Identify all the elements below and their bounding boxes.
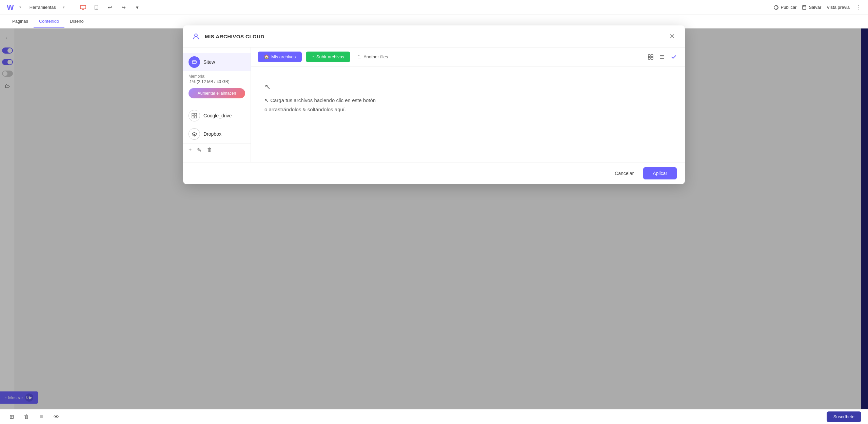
folder-icon: 🗀: [357, 54, 361, 59]
drop-arrow-icon: ↖: [264, 80, 271, 94]
add-icon[interactable]: +: [189, 147, 192, 153]
bottom-grid-icon[interactable]: ⊞: [7, 412, 16, 422]
edit-icon[interactable]: ✎: [197, 147, 201, 153]
more-icon[interactable]: ▾: [133, 3, 142, 12]
source-gdrive[interactable]: Google_drive: [183, 107, 251, 125]
monitor-icon[interactable]: [78, 3, 88, 12]
svg-rect-18: [648, 55, 650, 57]
bottom-eye-icon[interactable]: 👁: [52, 412, 61, 422]
svg-marker-17: [192, 134, 194, 136]
increase-storage-button[interactable]: Aumentar el almacen: [189, 88, 245, 98]
source-dropbox[interactable]: Dropbox: [183, 125, 251, 143]
view-icons: [646, 53, 678, 61]
view-grid-icon[interactable]: [646, 53, 655, 61]
topbar-dots[interactable]: ⋮: [855, 4, 861, 11]
drop-zone: ↖ ↖ Carga tus archivos haciendo clic en …: [251, 66, 685, 162]
modal-toolbar: 🏠 Mis archivos ↑ Subir archivos 🗀 Anothe…: [251, 47, 685, 66]
vista-previa-button[interactable]: Vista previa: [827, 5, 850, 10]
view-list-icon[interactable]: [658, 53, 667, 61]
tab-contenido[interactable]: Contenido: [34, 15, 64, 28]
modal-left-panel: Sitew Memoria: .1% (2.12 MB / 40 GB) Aum…: [183, 47, 251, 162]
drop-line1: ↖ Carga tus archivos haciendo clic en es…: [264, 96, 376, 105]
svg-rect-19: [651, 55, 653, 57]
memory-section: Memoria: .1% (2.12 MB / 40 GB): [183, 71, 251, 85]
modal-left-bottom: + ✎ 🗑: [183, 143, 251, 157]
svg-point-4: [96, 8, 97, 9]
svg-rect-12: [195, 113, 197, 115]
another-files-folder[interactable]: 🗀 Another files: [354, 53, 391, 61]
dropbox-icon: [189, 128, 200, 140]
modal-right-panel: 🏠 Mis archivos ↑ Subir archivos 🗀 Anothe…: [251, 47, 685, 162]
modal-close-button[interactable]: ✕: [667, 32, 677, 41]
drop-line2: o arrastrándolos & soltándolos aquí.: [264, 105, 346, 114]
gdrive-label: Google_drive: [203, 113, 232, 118]
memory-label: Memoria:: [189, 74, 245, 79]
tab-diseno[interactable]: Diseño: [64, 15, 89, 28]
top-bar: W ▾ Herramientas ▾ ↩ ↪: [0, 0, 868, 15]
top-bar-icons: ↩ ↪ ▾: [78, 3, 142, 12]
mis-archivos-button[interactable]: 🏠 Mis archivos: [258, 52, 302, 62]
modal-header: MIS ARCHIVOS CLOUD ✕: [183, 25, 685, 47]
publicar-button[interactable]: Publicar: [774, 5, 796, 10]
sitew-icon: [189, 56, 200, 68]
bottom-delete-icon[interactable]: 🗑: [22, 412, 31, 422]
bottom-bar: ⊞ 🗑 ≡ 👁 Suscríbete: [0, 409, 868, 424]
svg-point-8: [195, 34, 197, 37]
top-bar-right: Publicar Salvar Vista previa ⋮: [774, 4, 861, 11]
dropbox-label: Dropbox: [203, 131, 221, 137]
tab-paginas[interactable]: Páginas: [7, 15, 34, 28]
svg-rect-21: [651, 57, 653, 59]
subscribe-button[interactable]: Suscríbete: [827, 411, 861, 422]
logo-chevron[interactable]: ▾: [19, 5, 21, 9]
svg-rect-13: [192, 116, 194, 118]
subir-archivos-button[interactable]: ↑ Subir archivos: [306, 52, 350, 62]
herramientas-chevron[interactable]: ▾: [60, 4, 67, 11]
svg-point-5: [774, 5, 778, 9]
salvar-button[interactable]: Salvar: [802, 5, 821, 10]
svg-marker-15: [192, 132, 196, 135]
gdrive-icon: [189, 110, 200, 121]
cancelar-button[interactable]: Cancelar: [609, 168, 639, 179]
modal-footer: Cancelar Aplicar: [183, 162, 685, 184]
tools-menu[interactable]: Herramientas ▾: [27, 3, 67, 11]
upload-icon: ↑: [312, 54, 314, 59]
svg-rect-14: [195, 116, 197, 118]
svg-rect-11: [192, 113, 194, 115]
mobile-icon[interactable]: [92, 3, 101, 12]
source-sitew[interactable]: Sitew: [183, 53, 251, 71]
mis-archivos-label: Mis archivos: [271, 54, 296, 59]
undo-icon[interactable]: ↩: [105, 3, 115, 12]
herramientas-label[interactable]: Herramientas: [27, 3, 59, 11]
bottom-layers-icon[interactable]: ≡: [37, 412, 46, 422]
modal-title: MIS ARCHIVOS CLOUD: [205, 34, 264, 39]
delete-icon[interactable]: 🗑: [207, 147, 212, 153]
svg-rect-20: [648, 57, 650, 59]
svg-rect-9: [192, 61, 196, 63]
top-bar-left: W ▾ Herramientas ▾ ↩ ↪: [7, 3, 142, 12]
logo[interactable]: W: [7, 3, 14, 12]
home-icon-btn: 🏠: [264, 54, 269, 59]
view-check-icon[interactable]: [669, 53, 678, 61]
modal-user-icon: [191, 32, 201, 41]
redo-icon[interactable]: ↪: [119, 3, 129, 12]
memory-value: .1% (2.12 MB / 40 GB): [189, 79, 245, 84]
cloud-files-modal: MIS ARCHIVOS CLOUD ✕ Sitew Memoria: .: [183, 25, 685, 184]
sitew-label: Sitew: [203, 59, 215, 65]
aplicar-button[interactable]: Aplicar: [643, 167, 677, 179]
svg-rect-0: [80, 5, 86, 9]
another-files-label: Another files: [363, 54, 388, 59]
subir-label: Subir archivos: [316, 54, 344, 59]
modal-body: Sitew Memoria: .1% (2.12 MB / 40 GB) Aum…: [183, 47, 685, 162]
svg-marker-16: [194, 134, 196, 136]
